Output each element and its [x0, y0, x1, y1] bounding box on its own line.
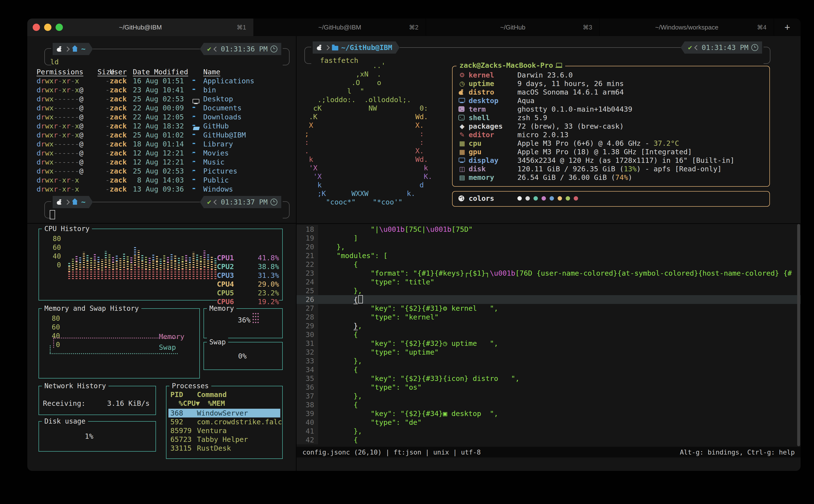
- process-row[interactable]: 85979Ventura: [168, 426, 280, 435]
- fastfetch-entry: termghostty 0.1.0-main+14b04439: [453, 105, 769, 113]
- display-icon: [458, 158, 469, 163]
- prompt-connector-line: [400, 47, 681, 48]
- editor-line[interactable]: 31 "key": "{$2}{#32}◷ uptime ",: [297, 339, 801, 348]
- editor-line[interactable]: 19 ]: [297, 234, 801, 242]
- cpu-graph-column: [182, 256, 184, 279]
- command-ld: ld: [50, 58, 59, 66]
- editor-line[interactable]: 34 {: [297, 365, 801, 374]
- cpu-graph-column: [87, 254, 88, 279]
- cpu-y-label: 40: [49, 252, 61, 261]
- editor-line[interactable]: 20 },: [297, 242, 801, 251]
- editor-line[interactable]: 22 {: [297, 260, 801, 269]
- process-row[interactable]: 33115RustDesk: [168, 444, 280, 453]
- editor-line-code: "key": "{$2}{#33}{icon} distro ",: [318, 374, 520, 383]
- editor-line-code: {: [318, 365, 358, 374]
- editor-line-code: "type": "os": [318, 383, 422, 392]
- prompt-frame-corner-right: [764, 47, 770, 64]
- editor-line[interactable]: 40 "type": "de": [297, 418, 801, 427]
- editor-line[interactable]: 37 },: [297, 392, 801, 400]
- processes-header-cpu[interactable]: %CPU▼: [179, 399, 200, 408]
- editor-line[interactable]: 38 {: [297, 400, 801, 409]
- cpu-graph-column: [178, 258, 180, 279]
- minimize-button[interactable]: [44, 24, 51, 31]
- editor-line[interactable]: 33 },: [297, 357, 801, 365]
- fastfetch-host: zack@Zacks-MacBook-Pro: [456, 61, 565, 70]
- fastfetch-entry-value: 72 (brew), 33 (brew-cask): [517, 122, 624, 131]
- editor-line-number: 38: [297, 400, 318, 409]
- editor-line[interactable]: 30 {: [297, 330, 801, 339]
- fastfetch-entry-value: ghostty 0.1.0-main+14b04439: [517, 105, 632, 114]
- pane-fastfetch[interactable]: ~/GitHub@IBM✔01:31:43 PM fastfetch ..' ,…: [297, 36, 801, 223]
- new-tab-button[interactable]: +: [774, 19, 801, 36]
- close-button[interactable]: [33, 24, 40, 31]
- column-header[interactable]: Date Modified: [133, 68, 188, 76]
- tab-1[interactable]: ~/GitHub@IBM⌘1: [27, 19, 254, 36]
- editor-line[interactable]: 18 "|\u001b[75C|\u001b[75D": [297, 225, 801, 234]
- editor-cursor: [358, 295, 363, 303]
- file-row: drwx------@-zack25 Aug 02:53Desktop: [27, 94, 296, 103]
- editor-line[interactable]: 35 "key": "{$2}{#33}{icon} distro ",: [297, 374, 801, 383]
- column-header[interactable]: User: [110, 68, 127, 76]
- cpu-graph-column: [94, 253, 96, 279]
- editor-line[interactable]: 32 "type": "uptime": [297, 348, 801, 357]
- package-icon: ◆: [458, 122, 466, 131]
- clock-icon: ◷: [458, 79, 466, 88]
- editor-line[interactable]: 42 {: [297, 436, 801, 444]
- file-row: drwx------@-zack18 Aug 01:14Library: [27, 139, 296, 148]
- processes-header-pid[interactable]: PID: [170, 390, 183, 399]
- folder-icon: [332, 46, 338, 50]
- color-swatches: [517, 196, 582, 201]
- tab-4[interactable]: ~/Windows/workspace⌘4: [600, 19, 774, 36]
- processes-header-command[interactable]: Command: [197, 390, 227, 399]
- memory-gauge-box: Memory 36%: [203, 308, 283, 338]
- color-swatch: [542, 196, 546, 201]
- editor-icon: ✎: [458, 130, 469, 139]
- memory-swap-history-box: Memory and Swap History 8060400 Memory S…: [39, 308, 200, 378]
- cpu-graph-column: [72, 259, 74, 279]
- column-header[interactable]: Name: [203, 68, 220, 76]
- editor-status-bar: config.jsonc (26,10) | ft:json | unix | …: [297, 447, 801, 457]
- editor-line[interactable]: 39 "key": "{$2}{#34}▣ desktop ",: [297, 409, 801, 418]
- tab-2[interactable]: ~/GitHub@IBM⌘2: [254, 19, 426, 36]
- editor-line-number: 23: [297, 269, 318, 278]
- processes-title: Processes: [169, 382, 211, 390]
- editor-line[interactable]: 28 "type": "kernel": [297, 313, 801, 321]
- pane-editor-micro[interactable]: 18 "|\u001b[75C|\u001b[75D"19 ]20 },21 "…: [297, 224, 801, 471]
- process-row[interactable]: 592com.crowdstrike.falc: [168, 417, 280, 426]
- processes-header-mem[interactable]: %MEM: [208, 399, 225, 408]
- memory-icon: ▤: [458, 173, 469, 182]
- editor-line[interactable]: 21 "modules": [: [297, 251, 801, 260]
- column-header[interactable]: Permissions: [37, 68, 83, 76]
- editor-line[interactable]: 27 "key": "{$2}{#31}⚙ kernel ",: [297, 304, 801, 313]
- editor-scrollbar[interactable]: [797, 224, 800, 446]
- home-icon: [72, 199, 78, 205]
- editor-lines[interactable]: 18 "|\u001b[75C|\u001b[75D"19 ]20 },21 "…: [297, 225, 801, 444]
- editor-line-number: 28: [297, 313, 318, 321]
- zoom-button[interactable]: [56, 24, 63, 31]
- editor-line-code: "format": "{#1}{#keys}┌{$1}┐\u001b[76D {…: [318, 269, 792, 278]
- editor-line[interactable]: 26 {: [297, 295, 801, 304]
- color-swatch: [558, 196, 562, 201]
- clock-icon: [751, 44, 758, 51]
- pane-system-monitor[interactable]: CPU History 8060400 CPU141.8%CPU238.8%CP…: [27, 224, 296, 471]
- process-row[interactable]: 65723Tabby Helper: [168, 435, 280, 444]
- disk-usage-box: Disk usage 1%: [39, 421, 156, 452]
- editor-line[interactable]: 25 },: [297, 286, 801, 295]
- editor-line[interactable]: 24 "type": "title": [297, 278, 801, 286]
- network-receiving-value: 3.16 KiB/s: [107, 399, 150, 408]
- fastfetch-entry: ▦cpuApple M3 Pro (6+6) @ 4.06 GHz - 37.2…: [453, 139, 769, 147]
- success-check-icon: ✔: [688, 43, 692, 52]
- tab-3[interactable]: ~/GitHub⌘3: [426, 19, 600, 36]
- editor-line[interactable]: 41 },: [297, 427, 801, 436]
- fastfetch-entry: ▤memory26.54 GiB / 36.00 GiB (74%): [453, 173, 769, 182]
- editor-line-number: 35: [297, 374, 318, 383]
- editor-line[interactable]: 23 "format": "{#1}{#keys}┌{$1}┐\u001b[76…: [297, 269, 801, 278]
- chevron-right-icon: [65, 199, 70, 204]
- cpu-graph-column: [156, 256, 158, 279]
- pane-file-listing[interactable]: ~✔01:31:36 PM ld PermissionsSizeUserDate…: [27, 36, 296, 223]
- editor-line[interactable]: 36 "type": "os": [297, 383, 801, 392]
- editor-line[interactable]: 29 },: [297, 321, 801, 330]
- color-swatch: [566, 196, 570, 201]
- editor-line-code: },: [318, 286, 362, 295]
- process-row[interactable]: 368WindowServer: [168, 409, 280, 417]
